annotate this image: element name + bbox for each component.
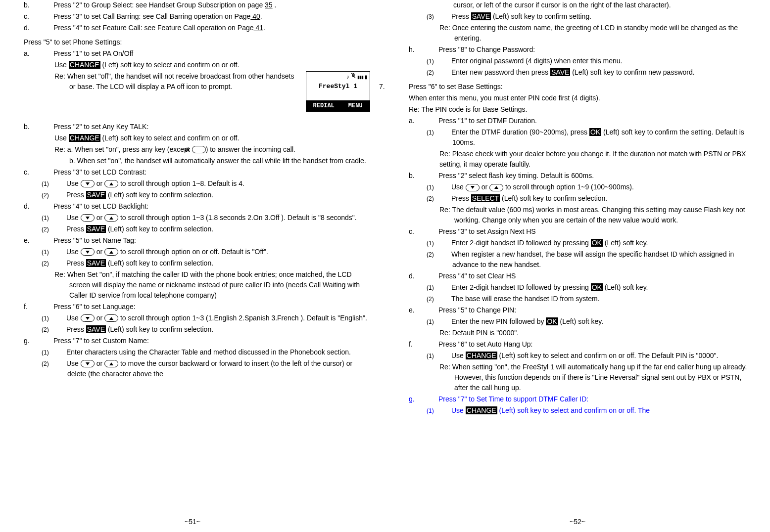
marker: (1): [439, 317, 451, 326]
marker: a.: [40, 48, 53, 59]
text: Re: When set "off", the handset will not…: [54, 72, 294, 90]
page-right: cursor, or left of the cursor if cursor …: [385, 0, 770, 532]
item-6h-1: (1)Enter original password (4 digits) wh…: [439, 56, 755, 66]
item-6f-2: (2)Press SAVE (Left) soft key to confirm…: [54, 324, 370, 335]
text: (Left) soft key to confirm new password.: [570, 68, 694, 76]
text: to scroll through option 1~8. Default is…: [118, 179, 244, 187]
marker: (2): [54, 359, 66, 368]
text: b. When set "on", the handset will autom…: [69, 157, 366, 165]
up-key-icon: [104, 214, 118, 222]
lcd-preview: ♪ ▮▮▮ ▮ FreeStyl 1 REDIAL MENU: [306, 71, 370, 112]
text: (Left) soft key to confirm selection.: [106, 225, 213, 233]
item-6g-1: (1)Enter characters using the Character …: [54, 347, 370, 357]
marker: b.: [425, 171, 438, 181]
text: Press "3" to set Call Barring: see Call …: [53, 12, 250, 20]
up-key-icon: [104, 314, 118, 322]
softkey-save: SAVE: [86, 225, 106, 233]
marker: (2): [54, 191, 66, 200]
text: Use: [54, 61, 69, 69]
marker: e.: [40, 235, 53, 246]
page-number: ~52~: [570, 517, 585, 527]
marker: (1): [439, 183, 451, 192]
marker: (2): [54, 325, 66, 334]
item-d: d.Press "4" to set Feature Call: see Fea…: [40, 23, 370, 33]
softkey-ok: OK: [546, 317, 558, 325]
softkey-save: SAVE: [86, 191, 106, 199]
text: When register a new handset, the base wi…: [451, 250, 734, 268]
section-7-line2: Re: The PIN code is for Base Settings.: [409, 104, 755, 115]
marker: c.: [40, 11, 53, 22]
marker: (1): [439, 57, 451, 66]
marker: d.: [425, 271, 438, 281]
item-6d-2: (2)Press SAVE (Left) soft key to confirm…: [54, 224, 370, 234]
text: or: [480, 183, 489, 191]
item-7a: a.Press "1" to set DTMF Duration.: [425, 116, 755, 126]
softkey-change: CHANGE: [69, 134, 100, 142]
text: Press: [66, 191, 86, 199]
item-6b: b.Press "2" to set Any Key TALK:: [40, 122, 370, 132]
mute-icon: [351, 73, 356, 81]
page-left: b.Press "2" to Group Select: see Handset…: [0, 0, 385, 532]
text: Press "3" to set LCD Contrast:: [53, 168, 146, 176]
text: Press "2" to set Any Key TALK:: [53, 123, 148, 131]
text: .: [260, 12, 262, 20]
up-key-icon: [104, 180, 118, 187]
item-6g-3: (3)Press SAVE (Left) soft key to confirm…: [439, 11, 755, 22]
item-6g-2: (2)Use or to move the cursor backward or…: [54, 358, 370, 379]
text: Use: [66, 179, 81, 187]
text: Re: When Set "on", if matching the calle…: [54, 270, 360, 299]
text: Enter characters using the Character Tab…: [66, 348, 351, 356]
text: The base will erase the handset ID from …: [451, 295, 600, 303]
item-7e-re: Re: Default PIN is "0000".: [439, 328, 755, 338]
item-6c-2: (2)Press SAVE (Left) soft key to confirm…: [54, 190, 370, 200]
marker: (1): [54, 348, 66, 357]
marker: (2): [439, 194, 451, 203]
marker: e.: [425, 305, 438, 315]
item-7d-1: (1)Enter 2-digit handset ID followed by …: [439, 282, 755, 293]
marker: (2): [439, 295, 451, 304]
text: (Left) soft key to confirm selection.: [106, 191, 213, 199]
softkey-save: SAVE: [86, 259, 106, 267]
item-6e-1: (1)Use or to scroll through option on or…: [54, 247, 370, 257]
marker: (1): [439, 128, 451, 137]
item-6b-re-b: b. When set "on", the handset will autom…: [54, 156, 370, 166]
item-7b-2: (2)Press SELECT (Left) soft key to confi…: [439, 193, 755, 204]
item-6h-2: (2)Enter new password then press SAVE (L…: [439, 67, 755, 78]
item-6e: e.Press "5" to set Name Tag:: [40, 235, 370, 246]
item-6e-re: Re: When Set "on", if matching the calle…: [54, 269, 370, 301]
text: Enter the DTMF duration (90~200ms), pres…: [451, 128, 589, 136]
item-7b: b.Press "2" select flash key timing. Def…: [425, 171, 755, 181]
text: Press: [66, 325, 86, 333]
text: Re: Please check with your dealer before…: [439, 150, 746, 168]
marker: f.: [40, 302, 53, 312]
softkey-save: SAVE: [86, 325, 106, 333]
item-6f: f.Press "6" to set Language:: [40, 302, 370, 312]
text: Press: [66, 225, 86, 233]
item-7e-1: (1)Enter the new PIN followed by OK (Lef…: [439, 316, 755, 327]
text: Press "6" to set Auto Hang Up:: [438, 340, 532, 348]
up-key-icon: [104, 360, 118, 367]
up-key-icon: [489, 184, 503, 191]
lcd-name: FreeStyl 1: [306, 81, 370, 100]
item-6h: h.Press "8" to Change Password:: [425, 44, 755, 55]
item-7d: d.Press "4" to set Clear HS: [425, 271, 755, 281]
text: (Left) soft key.: [603, 239, 648, 247]
text: Press "4" to set Feature Call: see Featu…: [53, 24, 254, 32]
item-6b-re-a: Re: a. When set "on", press any key (exc…: [54, 144, 370, 155]
marker: h.: [425, 44, 438, 55]
text: Re: The default value (600 ms) works in …: [439, 206, 745, 224]
item-7b-1: (1)Use or to scroll through option 1~9 (…: [439, 182, 755, 192]
section-6: 6.Press "5" to set Phone Settings:: [10, 37, 370, 47]
text: Press "5" to set Phone Settings:: [24, 38, 122, 46]
marker: g.: [425, 394, 438, 404]
item-6g-cont: cursor, or left of the cursor if cursor …: [453, 0, 755, 10]
item-6e-2: (2)Press SAVE (Left) soft key to confirm…: [54, 258, 370, 268]
page-link: 41: [254, 24, 263, 32]
text: Press "1" to set DTMF Duration.: [438, 117, 537, 125]
text: cursor, or left of the cursor if cursor …: [453, 1, 671, 9]
marker: (1): [439, 283, 451, 292]
item-6g: g.Press "7" to set Custom Name:: [40, 336, 370, 346]
down-key-icon: [81, 314, 95, 322]
text: Enter new password then press: [451, 68, 550, 76]
text: Re: The PIN code is for Base Settings.: [409, 105, 527, 113]
